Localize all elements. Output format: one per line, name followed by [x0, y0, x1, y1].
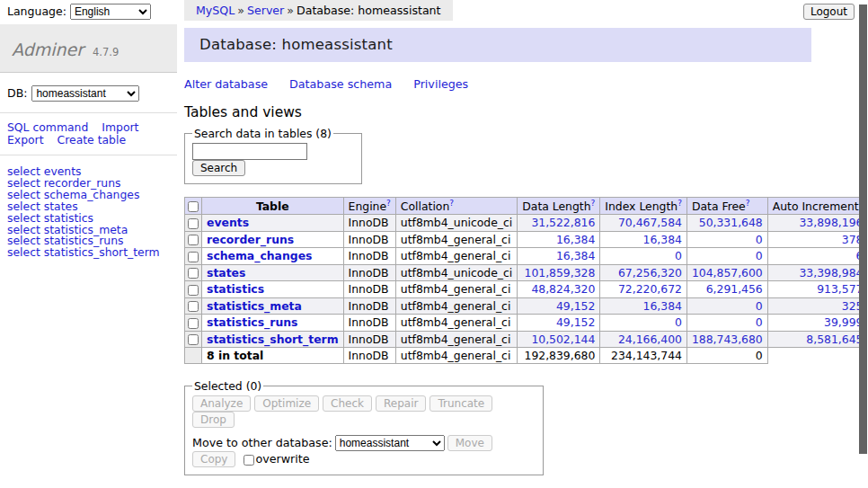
data-length-cell[interactable]: 31,522,816: [518, 215, 600, 232]
sidebar-link-export[interactable]: Export: [7, 133, 44, 146]
auto-increment-cell[interactable]: 6: [767, 248, 868, 265]
table-link-statistics-meta[interactable]: statistics_meta: [207, 299, 302, 313]
row-checkbox[interactable]: [188, 334, 199, 345]
optimize-button[interactable]: Optimize: [254, 395, 319, 412]
search-button[interactable]: Search: [192, 160, 245, 176]
repair-button[interactable]: Repair: [376, 395, 426, 412]
index-length-cell[interactable]: 24,166,400: [600, 331, 687, 348]
row-checkbox-cell: [185, 315, 202, 332]
index-length-cell[interactable]: 72,220,672: [600, 281, 687, 298]
data-free-cell[interactable]: 104,857,600: [686, 264, 767, 281]
search-input[interactable]: [192, 143, 307, 160]
row-checkbox[interactable]: [188, 235, 199, 245]
table-row: statesInnoDButf8mb4_unicode_ci101,859,32…: [185, 264, 868, 281]
data-free-cell[interactable]: 0: [686, 231, 767, 248]
help-link[interactable]: ?: [591, 199, 596, 208]
db-action-links: Alter databaseDatabase schemaPrivileges: [184, 77, 855, 91]
table-link-events[interactable]: events: [207, 216, 249, 229]
auto-increment-cell[interactable]: 378: [767, 231, 868, 248]
data-free-cell[interactable]: 6,291,456: [686, 281, 767, 298]
row-checkbox[interactable]: [188, 218, 199, 229]
index-length-cell[interactable]: 16,384: [600, 297, 687, 315]
sidebar-item-select-statistics-short-term[interactable]: select statistics_short_term: [7, 247, 170, 259]
overwrite-label: overwrite: [255, 452, 309, 466]
overwrite-checkbox[interactable]: [244, 455, 254, 466]
data-length-cell[interactable]: 10,502,144: [518, 331, 600, 348]
help-link[interactable]: ?: [449, 199, 454, 208]
data-free-cell[interactable]: 0: [686, 297, 767, 315]
db-selector-row: DB:homeassistant: [0, 73, 177, 113]
data-length-cell[interactable]: 48,824,320: [518, 281, 600, 298]
index-length-cell[interactable]: 70,467,584: [600, 215, 687, 232]
data-length-cell[interactable]: 49,152: [518, 297, 600, 315]
move-button[interactable]: Move: [447, 435, 492, 451]
scrollbar-thumb[interactable]: [859, 4, 867, 454]
table-row: statistics_short_termInnoDButf8mb4_gener…: [185, 331, 868, 348]
breadcrumb-separator: »: [287, 4, 294, 17]
table-link-recorder-runs[interactable]: recorder_runs: [207, 233, 294, 246]
index-length-cell[interactable]: 16,384: [600, 231, 687, 248]
auto-increment-cell[interactable]: 913,577: [767, 281, 868, 298]
truncate-button[interactable]: Truncate: [430, 395, 492, 412]
data-free-cell[interactable]: 188,743,680: [686, 331, 767, 348]
breadcrumb-server[interactable]: Server: [247, 4, 284, 17]
help-link[interactable]: ?: [678, 199, 682, 208]
row-checkbox[interactable]: [188, 318, 199, 329]
breadcrumb-mysql[interactable]: MySQL: [196, 4, 235, 17]
row-checkbox[interactable]: [188, 268, 199, 279]
table-row: schema_changesInnoDButf8mb4_general_ci16…: [185, 248, 868, 265]
link-privileges[interactable]: Privileges: [413, 77, 468, 91]
table-link-statistics[interactable]: statistics: [207, 282, 264, 296]
auto-increment-cell[interactable]: 325: [767, 297, 868, 315]
link-alter-database[interactable]: Alter database: [184, 77, 268, 91]
sidebar-link-import[interactable]: Import: [102, 120, 138, 134]
sidebar-link-create-table[interactable]: Create table: [58, 133, 127, 146]
analyze-button[interactable]: Analyze: [192, 395, 251, 412]
data-free-cell[interactable]: 0: [686, 248, 767, 265]
table-link-statistics-short-term[interactable]: statistics_short_term: [207, 333, 339, 346]
row-checkbox[interactable]: [188, 301, 199, 312]
table-name-cell: events: [202, 215, 344, 232]
auto-increment-cell[interactable]: 8,581,645: [767, 331, 868, 348]
col-header-table: Table: [202, 198, 344, 215]
check-button[interactable]: Check: [323, 395, 372, 412]
index-length-cell[interactable]: 0: [600, 248, 687, 265]
col-header-data-free: Data Free?: [686, 198, 767, 215]
table-row: statistics_runsInnoDButf8mb4_general_ci4…: [185, 315, 868, 332]
table-link-statistics-runs[interactable]: statistics_runs: [207, 315, 297, 329]
select-all-checkbox[interactable]: [188, 201, 199, 212]
language-select[interactable]: English: [70, 4, 151, 20]
link-database-schema[interactable]: Database schema: [289, 77, 392, 91]
col-header-engine: Engine?: [343, 198, 395, 215]
auto-increment-cell[interactable]: 33,398,984: [767, 264, 868, 281]
col-header-collation: Collation?: [395, 198, 517, 215]
db-select[interactable]: homeassistant: [31, 85, 139, 102]
row-checkbox-cell: [185, 215, 202, 232]
breadcrumb-current: Database: homeassistant: [297, 4, 441, 17]
auto-increment-cell[interactable]: 33,898,196: [767, 215, 868, 232]
scrollbar-track[interactable]: [859, 0, 868, 488]
row-checkbox[interactable]: [188, 285, 199, 296]
sidebar-link-sql-command[interactable]: SQL command: [7, 120, 88, 134]
copy-button[interactable]: Copy: [192, 451, 235, 467]
page-title: Database: homeassistant: [184, 28, 811, 62]
index-length-cell[interactable]: 0: [600, 315, 687, 332]
data-length-cell[interactable]: 101,859,328: [518, 264, 600, 281]
row-checkbox[interactable]: [188, 252, 199, 262]
breadcrumb: MySQL»Server»Database: homeassistant: [184, 0, 453, 21]
table-link-states[interactable]: states: [207, 266, 245, 279]
auto-increment-cell[interactable]: 39,999: [767, 315, 868, 332]
overwrite-option: overwrite: [243, 452, 309, 466]
table-link-schema-changes[interactable]: schema_changes: [207, 249, 312, 262]
data-length-cell[interactable]: 16,384: [518, 231, 600, 248]
drop-button[interactable]: Drop: [192, 412, 235, 428]
help-link[interactable]: ?: [386, 199, 391, 208]
index-length-cell[interactable]: 67,256,320: [600, 264, 687, 281]
data-length-cell[interactable]: 16,384: [518, 248, 600, 265]
data-free-cell[interactable]: 50,331,648: [686, 215, 767, 232]
data-length-cell[interactable]: 49,152: [518, 315, 600, 332]
move-db-select[interactable]: homeassistant: [335, 435, 445, 451]
data-free-cell[interactable]: 0: [686, 315, 767, 332]
help-link[interactable]: ?: [746, 199, 750, 208]
header-checkbox-cell: [185, 198, 202, 215]
